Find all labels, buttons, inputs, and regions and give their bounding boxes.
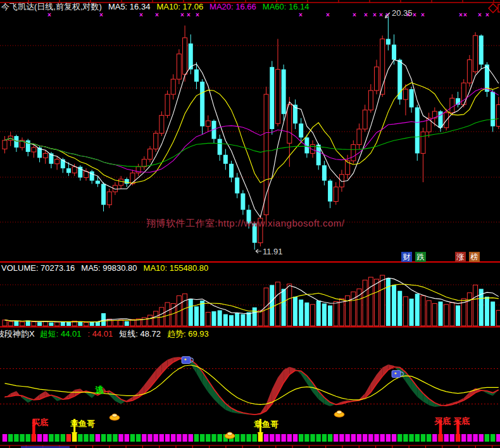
svg-text:×: × xyxy=(421,11,425,18)
hot-button-fall[interactable]: 跌 xyxy=(415,252,426,262)
svg-text:×: × xyxy=(463,11,467,18)
indicator-annotation-text: 章鱼哥 xyxy=(70,419,95,428)
gold-ingot-icon xyxy=(109,414,120,420)
svg-text:×: × xyxy=(379,11,383,18)
hot-button-rise[interactable]: 涨 xyxy=(455,252,466,262)
ma10-value: MA10: 17.06 xyxy=(156,2,203,11)
main-chart-header: 今飞凯达(日线,前复权,对数)MA5: 16.34MA10: 17.06MA20… xyxy=(1,1,316,13)
oscillator-bands xyxy=(5,357,499,414)
watermark: 翔博软件工作室:http://www.xiangbosoft.com/ xyxy=(146,218,344,230)
indicator-fast2-value: : 44.01 xyxy=(87,329,113,339)
indicator-annotation-text: 买底 xyxy=(453,416,470,426)
stock-app-window: ×××××××××××××××××××××逃买底章鱼哥章鱼哥买底买底 今飞凯达(… xyxy=(0,0,500,448)
indicator-annotation-text: 买底 xyxy=(434,416,451,426)
volume-header: VOLUME: 70273.16MA5: 99830.80MA10: 15548… xyxy=(1,263,215,273)
svg-text:×: × xyxy=(478,11,482,18)
candlestick-series xyxy=(3,16,500,250)
svg-text:×: × xyxy=(364,11,368,18)
ma5-value: MA5: 16.34 xyxy=(108,2,151,11)
price-annotation-arrows xyxy=(256,13,390,253)
stock-title: 今飞凯达(日线,前复权,对数) xyxy=(1,2,102,11)
trough-price-annotation: 11.91 xyxy=(263,247,283,256)
indicator-annotation-text: 逃 xyxy=(95,385,104,395)
volume-ma10-value: MA10: 155480.80 xyxy=(144,263,209,273)
indicator-name: 波段神韵X xyxy=(0,329,35,339)
hot-button-rank[interactable]: 榜 xyxy=(469,252,480,262)
indicator-trend-value: 趋势: 69.93 xyxy=(167,329,209,339)
indicator-annotation-text: 章鱼哥 xyxy=(254,420,278,429)
hot-button-finance[interactable]: 财 xyxy=(401,252,412,262)
ma20-value: MA20: 16.66 xyxy=(209,2,256,11)
volume-value: VOLUME: 70273.16 xyxy=(1,263,75,273)
bottom-axis xyxy=(0,445,500,448)
period-diamond-icon xyxy=(489,4,500,13)
svg-text:×: × xyxy=(459,11,463,18)
ma60-value: MA60: 16.14 xyxy=(263,2,309,11)
svg-text:×: × xyxy=(326,11,330,18)
indicator-annotation-text: 买底 xyxy=(32,418,48,427)
svg-text:×: × xyxy=(413,11,416,18)
svg-text:×: × xyxy=(485,11,489,18)
indicator-short-value: 短线: 48.72 xyxy=(119,329,161,339)
volume-series xyxy=(3,275,500,326)
gold-ingot-icon xyxy=(334,411,344,417)
gold-ingot-icon xyxy=(225,432,235,439)
volume-ma5-value: MA5: 99830.80 xyxy=(81,263,137,273)
indicator-header: 波段神韵X超短: 44.01: 44.01短线: 48.72趋势: 69.93 xyxy=(0,328,215,340)
svg-text:×: × xyxy=(353,11,356,18)
peak-price-annotation: 20.35 xyxy=(392,8,413,18)
indicator-fast-value: 超短: 44.01 xyxy=(40,329,82,339)
svg-text:×: × xyxy=(373,11,377,18)
